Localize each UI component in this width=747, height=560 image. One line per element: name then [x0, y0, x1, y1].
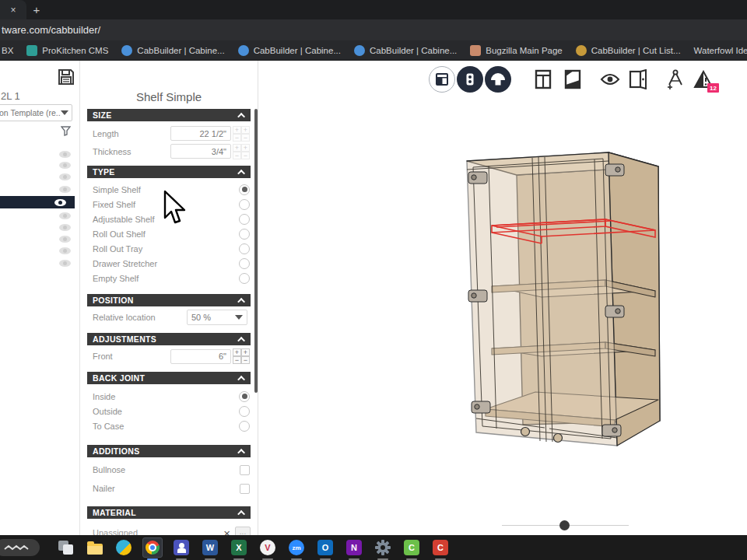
- radio-icon[interactable]: [239, 229, 250, 240]
- browser-tab-strip: × +: [0, 0, 747, 19]
- taskbar-file-explorer[interactable]: [86, 537, 104, 558]
- cabinet-name: 2L 1: [1, 90, 20, 102]
- filter-icon[interactable]: [61, 126, 71, 136]
- type-option[interactable]: Empty Shelf: [87, 271, 251, 285]
- camtasia-red-icon: C: [433, 540, 448, 555]
- back-joint-option[interactable]: Inside: [87, 389, 251, 404]
- section-header-adjustments[interactable]: ADJUSTMENTS: [87, 333, 251, 345]
- bookmark-favicon: [470, 45, 481, 56]
- taskbar-outlook[interactable]: O: [316, 537, 335, 558]
- section-header-size[interactable]: SIZE: [87, 109, 251, 121]
- part-visibility-toggle[interactable]: [57, 246, 72, 256]
- length-input[interactable]: 22 1/2": [170, 126, 231, 141]
- bookmark[interactable]: CabBuilder | Cabine...: [354, 45, 457, 56]
- template-dropdown[interactable]: on Template (re...: [0, 104, 72, 121]
- slider-handle[interactable]: [559, 520, 570, 530]
- bookmark[interactable]: ProKitchen CMS: [26, 45, 108, 56]
- taskbar-onenote[interactable]: N: [345, 537, 363, 558]
- taskbar-word[interactable]: W: [201, 537, 219, 558]
- addition-option[interactable]: Bullnose: [87, 460, 251, 479]
- bookmark[interactable]: Bugzilla Main Page: [470, 45, 562, 56]
- radio-icon[interactable]: [239, 273, 250, 284]
- bookmark[interactable]: BX: [2, 46, 13, 55]
- bookmark[interactable]: Waterfowl Identifica...: [694, 46, 747, 55]
- checkbox-icon[interactable]: [240, 484, 250, 494]
- tab-close-icon[interactable]: ×: [10, 5, 16, 16]
- type-option[interactable]: Roll Out Tray: [87, 241, 251, 256]
- bookmark[interactable]: CabBuilder | Cabine...: [121, 45, 224, 56]
- radio-icon[interactable]: [239, 184, 250, 195]
- radio-icon[interactable]: [239, 421, 250, 432]
- thickness-input[interactable]: 3/4": [170, 144, 231, 159]
- back-joint-option[interactable]: To Case: [87, 418, 251, 433]
- section-header-type[interactable]: TYPE: [87, 166, 251, 178]
- radio-icon[interactable]: [239, 391, 250, 402]
- bookmark-favicon: [238, 45, 249, 56]
- taskbar-chrome[interactable]: [143, 537, 162, 558]
- browser-tab[interactable]: ×: [0, 0, 26, 19]
- bookmark[interactable]: CabBuilder | Cut List...: [576, 45, 681, 56]
- checkbox-icon[interactable]: [240, 465, 250, 475]
- chrome-icon: [146, 541, 160, 555]
- bookmark-favicon: [576, 45, 587, 56]
- taskbar-camtasia-red[interactable]: C: [431, 537, 450, 558]
- bookmark[interactable]: CabBuilder | Cabine...: [238, 45, 341, 56]
- part-visibility-toggle[interactable]: [57, 258, 72, 268]
- taskbar-zoom[interactable]: zm: [287, 537, 306, 558]
- taskbar-ink-workspace[interactable]: [0, 537, 47, 558]
- type-option[interactable]: Simple Shelf: [87, 182, 251, 197]
- bookmark-favicon: [26, 45, 37, 56]
- radio-icon[interactable]: [239, 258, 250, 269]
- front-input[interactable]: 6": [170, 349, 231, 364]
- save-icon[interactable]: [57, 68, 75, 86]
- url-text: tware.com/cabbuilder/: [2, 24, 100, 36]
- panel-scrollbar[interactable]: [254, 109, 258, 393]
- length-stepper[interactable]: ++−−: [233, 126, 250, 142]
- section-header-back-joint[interactable]: BACK JOINT: [87, 372, 251, 384]
- clear-icon[interactable]: ×: [223, 527, 230, 536]
- new-tab-button[interactable]: +: [26, 0, 47, 19]
- eye-icon: [59, 236, 71, 243]
- address-bar[interactable]: tware.com/cabbuilder/: [0, 19, 747, 40]
- part-visibility-toggle[interactable]: [57, 172, 72, 182]
- front-stepper[interactable]: ++−−: [233, 348, 250, 364]
- chevron-up-icon: [237, 375, 245, 383]
- material-browse-button[interactable]: ...: [235, 527, 251, 536]
- part-visibility-toggle[interactable]: [57, 211, 72, 221]
- taskbar-teams[interactable]: [172, 537, 191, 558]
- material-value[interactable]: Unassigned: [93, 524, 219, 535]
- relative-location-dropdown[interactable]: 50 %: [187, 310, 247, 325]
- taskbar-v-app[interactable]: V: [258, 537, 277, 558]
- section-header-additions[interactable]: ADDITIONS: [87, 445, 251, 457]
- task-view-icon: [58, 541, 74, 556]
- viewport-3d[interactable]: 12: [258, 61, 747, 535]
- radio-icon[interactable]: [239, 199, 250, 210]
- selected-part-row[interactable]: [0, 196, 75, 208]
- type-option[interactable]: Drawer Stretcher: [87, 256, 251, 271]
- taskbar-settings[interactable]: [374, 537, 392, 558]
- radio-icon[interactable]: [239, 406, 250, 417]
- section-header-material[interactable]: MATERIAL: [87, 506, 251, 519]
- eye-icon: [59, 212, 71, 219]
- taskbar-task-view[interactable]: [57, 537, 75, 558]
- radio-icon[interactable]: [239, 214, 250, 225]
- back-joint-option[interactable]: Outside: [87, 404, 251, 418]
- zoom-slider[interactable]: [502, 520, 629, 530]
- thickness-stepper[interactable]: ++−−: [233, 144, 250, 159]
- part-visibility-toggle[interactable]: [57, 234, 72, 244]
- taskbar-camtasia-green[interactable]: C: [402, 537, 421, 558]
- bookmark-favicon: [354, 45, 365, 56]
- taskbar-edge-insider[interactable]: [114, 537, 133, 558]
- type-option[interactable]: Roll Out Shelf: [87, 226, 251, 241]
- type-option[interactable]: Fixed Shelf: [87, 197, 251, 212]
- part-visibility-toggle[interactable]: [57, 184, 72, 194]
- part-visibility-toggle[interactable]: [57, 222, 72, 233]
- part-visibility-toggle[interactable]: [57, 149, 72, 159]
- section-header-position[interactable]: POSITION: [87, 294, 251, 306]
- edge-insider-icon: [116, 540, 132, 555]
- taskbar-excel[interactable]: X: [230, 537, 248, 558]
- type-option[interactable]: Adjustable Shelf: [87, 212, 251, 226]
- addition-option[interactable]: Nailer: [87, 479, 251, 498]
- radio-icon[interactable]: [239, 243, 250, 254]
- part-visibility-toggle[interactable]: [57, 160, 72, 170]
